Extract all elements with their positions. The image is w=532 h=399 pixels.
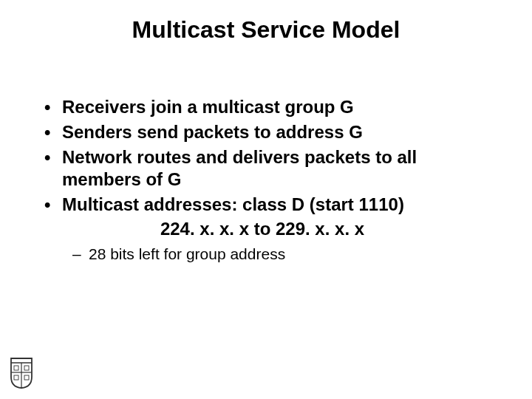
bullet-item: Network routes and delivers packets to a… xyxy=(37,146,488,191)
bullet-item: Multicast addresses: class D (start 1110… xyxy=(37,194,488,216)
svg-rect-6 xyxy=(24,375,29,380)
bullet-item: Receivers join a multicast group G xyxy=(37,96,488,118)
sub-bullet-list: 28 bits left for group address xyxy=(37,244,488,264)
slide-body: Receivers join a multicast group G Sende… xyxy=(37,96,488,264)
shield-icon xyxy=(10,358,33,389)
svg-rect-4 xyxy=(24,366,29,370)
svg-rect-3 xyxy=(14,366,18,370)
sub-bullet-item: 28 bits left for group address xyxy=(37,244,488,264)
address-range: 224. x. x. x to 229. x. x. x xyxy=(37,219,488,239)
svg-rect-5 xyxy=(14,375,18,380)
slide-title: Multicast Service Model xyxy=(0,16,532,44)
bullet-list: Receivers join a multicast group G Sende… xyxy=(37,96,488,216)
bullet-item: Senders send packets to address G xyxy=(37,121,488,143)
